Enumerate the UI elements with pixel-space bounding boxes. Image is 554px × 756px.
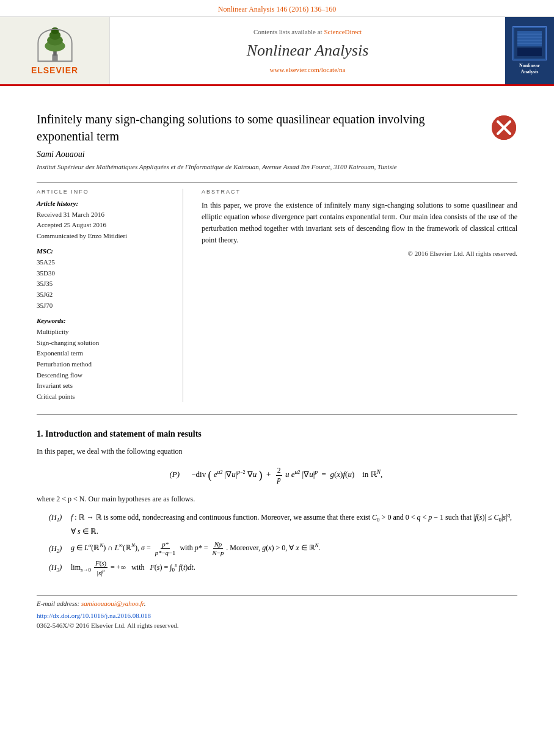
main-equation: (P) −div ( eu2 |∇u|p−2 ∇u ) + 2 p u eu2 … xyxy=(37,467,517,484)
accepted-date: Accepted 25 August 2016 xyxy=(37,220,170,231)
crossmark-badge xyxy=(490,114,517,141)
keyword-0: Multiplicity xyxy=(37,327,170,338)
journal-center: Contents lists available at ScienceDirec… xyxy=(110,17,505,84)
h1-text: f : ℝ → ℝ is some odd, nondecreasing and… xyxy=(71,510,517,538)
journal-citation: Nonlinear Analysis 146 (2016) 136–160 xyxy=(0,0,554,17)
elsevier-tree-icon xyxy=(31,26,79,63)
keyword-2: Exponential term xyxy=(37,348,170,359)
msc-section: MSC: 35A25 35D30 35J35 35J62 35J70 xyxy=(37,247,170,311)
elsevier-label: ELSEVIER xyxy=(31,65,78,75)
article-title: Infinitely many sign-changing solutions … xyxy=(37,111,490,145)
author-name: Sami Aouaoui xyxy=(37,150,517,159)
abstract-text: In this paper, we prove the existence of… xyxy=(202,200,517,247)
intro-paragraph: In this paper, we deal with the followin… xyxy=(37,445,517,457)
h1-line: (H1) f : ℝ → ℝ is some odd, nondecreasin… xyxy=(49,510,517,538)
divider-2 xyxy=(37,414,517,415)
article-info-column: ARTICLE INFO Article history: Received 3… xyxy=(37,189,183,402)
h3-label: (H3) xyxy=(49,561,67,575)
keyword-6: Critical points xyxy=(37,391,170,402)
keywords-section: Keywords: Multiplicity Sign-changing sol… xyxy=(37,317,170,402)
journal-url[interactable]: www.elsevier.com/locate/na xyxy=(122,66,493,73)
msc-label: MSC: xyxy=(37,247,170,255)
keywords-label: Keywords: xyxy=(37,317,170,324)
cover-graphic xyxy=(514,28,545,59)
received-date: Received 31 March 2016 xyxy=(37,209,170,220)
keyword-4: Descending flow xyxy=(37,370,170,381)
cover-title: NonlinearAnalysis xyxy=(519,63,540,76)
journal-cover-thumbnail: NonlinearAnalysis xyxy=(505,17,554,84)
crossmark-icon xyxy=(490,114,517,141)
msc-code-4: 35J70 xyxy=(37,300,170,311)
where-text: where 2 < p < N. Our main hypotheses are… xyxy=(37,493,517,505)
h3-line: (H3) lims→0 F(s) |s|p = +∞ with F(s) = ∫… xyxy=(49,559,517,577)
main-content: Infinitely many sign-changing solutions … xyxy=(0,86,554,641)
doi-link[interactable]: http://dx.doi.org/10.1016/j.na.2016.08.0… xyxy=(37,612,517,619)
article-title-row: Infinitely many sign-changing solutions … xyxy=(37,111,517,145)
article-info-label: ARTICLE INFO xyxy=(37,189,170,195)
history-label: Article history: xyxy=(37,200,170,207)
citation-text: Nonlinear Analysis 146 (2016) 136–160 xyxy=(218,5,336,13)
equation-label xyxy=(516,467,517,476)
keyword-1: Sign-changing solution xyxy=(37,338,170,349)
keyword-3: Perturbation method xyxy=(37,359,170,370)
journal-header: ELSEVIER Contents lists available at Sci… xyxy=(0,17,554,86)
msc-code-0: 35A25 xyxy=(37,257,170,268)
email-line: E-mail address: samiaouaoui@yahoo.fr. xyxy=(37,600,517,607)
section-1-heading: 1. Introduction and statement of main re… xyxy=(37,429,517,439)
footnote-area: E-mail address: samiaouaoui@yahoo.fr. ht… xyxy=(37,595,517,629)
svg-rect-12 xyxy=(517,48,542,56)
msc-code-1: 35D30 xyxy=(37,268,170,279)
divider-1 xyxy=(37,182,517,183)
info-abstract-section: ARTICLE INFO Article history: Received 3… xyxy=(37,189,517,402)
h2-text: g ∈ Lσ(ℝN) ∩ L∞(ℝN), σ = p* p*−q−1 with … xyxy=(71,540,321,557)
keyword-5: Invariant sets xyxy=(37,380,170,391)
msc-code-3: 35J62 xyxy=(37,289,170,300)
abstract-copyright: © 2016 Elsevier Ltd. All rights reserved… xyxy=(202,250,517,257)
copyright-bottom: 0362-546X/© 2016 Elsevier Ltd. All right… xyxy=(37,622,517,629)
abstract-label: ABSTRACT xyxy=(202,189,517,195)
communicated-by: Communicated by Enzo Mitidieri xyxy=(37,231,170,242)
abstract-column: ABSTRACT In this paper, we prove the exi… xyxy=(202,189,517,402)
elsevier-logo: ELSEVIER xyxy=(0,17,110,84)
hypotheses-block: (H1) f : ℝ → ℝ is some odd, nondecreasin… xyxy=(37,510,517,577)
h1-label: (H1) xyxy=(49,511,67,525)
email-address[interactable]: samiaouaoui@yahoo.fr xyxy=(81,600,144,607)
h2-label: (H2) xyxy=(49,542,67,556)
msc-code-2: 35J35 xyxy=(37,278,170,289)
sciencedirect-link[interactable]: ScienceDirect xyxy=(324,28,362,35)
author-affiliation: Institut Supérieur des Mathématiques App… xyxy=(37,162,517,172)
svg-point-5 xyxy=(51,27,59,34)
h3-text: lims→0 F(s) |s|p = +∞ with F(s) = ∫0s f(… xyxy=(71,559,195,577)
h2-line: (H2) g ∈ Lσ(ℝN) ∩ L∞(ℝN), σ = p* p*−q−1 … xyxy=(49,540,517,557)
contents-line: Contents lists available at ScienceDirec… xyxy=(122,28,493,35)
cover-image xyxy=(512,26,547,60)
journal-name: Nonlinear Analysis xyxy=(122,42,493,60)
svg-rect-7 xyxy=(517,31,542,46)
